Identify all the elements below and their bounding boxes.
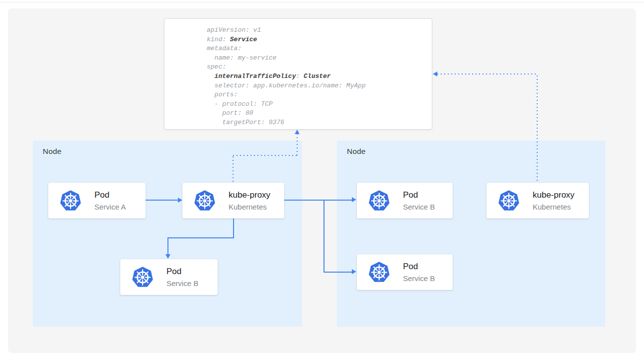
arrow-kubeproxy-to-pod-b-left-v2	[167, 237, 168, 255]
dotted-left-kubeproxy-v2	[297, 134, 298, 155]
kubernetes-icon	[194, 190, 216, 212]
arrow-kubeproxy-to-pod-b-left-head	[165, 254, 170, 259]
arrow-pod-a-to-kubeproxy-head	[178, 198, 182, 203]
node-right-label: Node	[347, 147, 366, 156]
card-subtitle: Kubernetes	[229, 202, 270, 212]
kubernetes-icon	[60, 190, 81, 212]
arrow-kubeproxy-to-pod-b-bottom-h	[323, 272, 352, 273]
card-subtitle: Service B	[403, 273, 435, 284]
top-divider	[0, 2, 644, 2]
dotted-right-kubeproxy-head	[433, 72, 437, 76]
kubernetes-icon	[368, 190, 390, 212]
card-title: kube-proxy	[533, 190, 574, 201]
arrow-kubeproxy-to-pod-b-bottom-v	[323, 200, 324, 273]
arrow-kubeproxy-to-pod-b-top-head	[352, 197, 356, 202]
dotted-left-kubeproxy-head	[295, 130, 300, 134]
card-subtitle: Service B	[403, 202, 435, 212]
pod-service-b-right-top-card: Pod Service B	[357, 183, 453, 218]
kubernetes-icon	[498, 190, 520, 212]
arrow-kubeproxy-to-pod-b-left-v1	[233, 218, 234, 238]
dotted-right-kubeproxy-v	[537, 75, 538, 183]
diagram-page: Node Node apiVersion: v1kind: Servicemet…	[0, 0, 644, 362]
service-yaml-code: apiVersion: v1kind: Servicemetadata: nam…	[207, 26, 428, 128]
pod-service-b-right-bottom-card: Pod Service B	[357, 254, 453, 290]
arrow-pod-a-to-kubeproxy-line	[146, 200, 178, 201]
kube-proxy-left-card: kube-proxy Kubernetes	[182, 183, 284, 218]
card-subtitle: Service B	[166, 278, 198, 289]
dotted-left-kubeproxy-v1	[233, 156, 234, 183]
node-left-label: Node	[43, 147, 62, 156]
arrow-kubeproxy-to-pod-b-left-h	[167, 237, 234, 238]
card-subtitle: Kubernetes	[533, 202, 574, 212]
kubernetes-icon	[368, 262, 390, 283]
card-title: Pod	[403, 261, 435, 272]
card-title: Pod	[94, 190, 126, 201]
arrow-kubeproxy-to-pod-b-bottom-head	[352, 269, 356, 274]
node-box-right: Node	[337, 141, 605, 327]
pod-service-a-card: Pod Service A	[48, 183, 146, 218]
dotted-right-kubeproxy-h	[437, 73, 538, 74]
dotted-left-kubeproxy-h	[233, 155, 298, 156]
kubernetes-icon	[132, 267, 154, 288]
arrow-kubeproxy-to-pod-b-top-line	[284, 200, 352, 201]
node-box-left: Node	[33, 141, 302, 327]
card-title: Pod	[403, 190, 435, 201]
card-title: Pod	[166, 266, 198, 277]
card-subtitle: Service A	[94, 202, 126, 212]
card-title: kube-proxy	[229, 190, 270, 201]
service-yaml-panel: apiVersion: v1kind: Servicemetadata: nam…	[164, 18, 432, 130]
pod-service-b-left-card: Pod Service B	[120, 259, 218, 295]
kube-proxy-right-card: kube-proxy Kubernetes	[486, 183, 589, 218]
